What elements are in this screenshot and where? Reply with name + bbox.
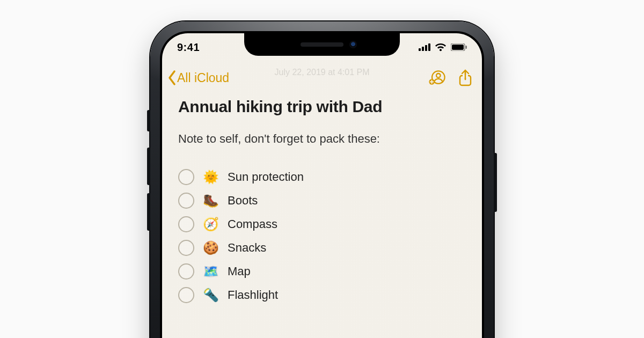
status-bar: 9:41 [162, 33, 482, 61]
note-content[interactable]: Annual hiking trip with Dad Note to self… [162, 98, 482, 338]
item-emoji: 🔦 [203, 288, 219, 303]
item-emoji: 🧭 [203, 217, 219, 232]
wifi-icon [435, 43, 447, 52]
volume-up-button[interactable] [147, 148, 150, 185]
checklist-item[interactable]: 🍪Snacks [178, 236, 466, 260]
item-label: Snacks [228, 241, 266, 255]
checklist-item[interactable]: 🌞Sun protection [178, 165, 466, 189]
silence-switch[interactable] [147, 110, 150, 131]
checklist-item[interactable]: 🥾Boots [178, 189, 466, 212]
checkbox-icon[interactable] [178, 216, 194, 232]
svg-rect-0 [419, 48, 421, 51]
item-emoji: 🌞 [203, 170, 219, 185]
item-label: Compass [228, 217, 277, 231]
item-label: Flashlight [228, 288, 278, 302]
nav-bar: All iCloud [162, 64, 482, 91]
back-button[interactable]: All iCloud [166, 70, 229, 86]
note-title: Annual hiking trip with Dad [178, 98, 466, 116]
item-label: Boots [228, 194, 258, 208]
checklist: 🌞Sun protection🥾Boots🧭Compass🍪Snacks🗺️Ma… [178, 165, 466, 307]
svg-rect-6 [466, 46, 467, 49]
volume-down-button[interactable] [147, 193, 150, 231]
power-button[interactable] [494, 153, 497, 212]
checklist-item[interactable]: 🗺️Map [178, 260, 466, 283]
item-emoji: 🥾 [203, 193, 219, 208]
battery-icon [451, 43, 467, 51]
svg-rect-1 [422, 47, 424, 51]
svg-rect-5 [452, 45, 464, 50]
note-subtitle: Note to self, don't forget to pack these… [178, 132, 466, 146]
checkbox-icon[interactable] [178, 263, 194, 280]
checklist-item[interactable]: 🧭Compass [178, 212, 466, 236]
share-icon[interactable] [458, 69, 472, 86]
checkbox-icon[interactable] [178, 169, 194, 185]
svg-point-8 [436, 74, 441, 78]
add-collaborator-icon[interactable] [428, 70, 445, 86]
back-label: All iCloud [177, 71, 229, 85]
item-emoji: 🍪 [203, 240, 219, 255]
status-time: 9:41 [177, 41, 200, 54]
item-label: Map [228, 264, 251, 278]
item-label: Sun protection [228, 170, 304, 184]
checkbox-icon[interactable] [178, 193, 194, 209]
phone-bezel: 9:41 [160, 31, 484, 338]
screen: 9:41 [162, 33, 482, 338]
svg-rect-3 [428, 43, 430, 51]
chevron-left-icon [166, 70, 178, 86]
cellular-signal-icon [419, 43, 430, 51]
item-emoji: 🗺️ [203, 264, 219, 279]
checklist-item[interactable]: 🔦Flashlight [178, 283, 466, 307]
phone-frame: 9:41 [150, 21, 494, 338]
checkbox-icon[interactable] [178, 240, 194, 256]
checkbox-icon[interactable] [178, 287, 194, 303]
svg-rect-2 [425, 45, 427, 51]
